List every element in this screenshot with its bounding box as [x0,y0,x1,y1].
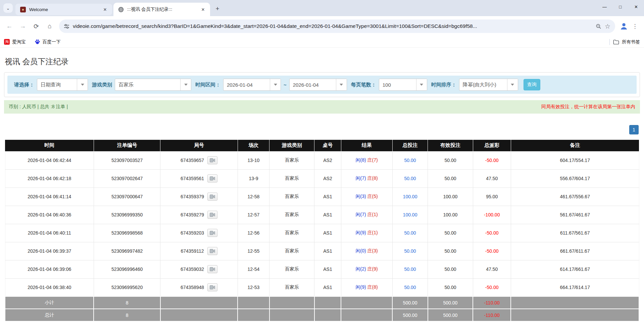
table-no-cell: AS1 [314,260,341,278]
session-cell: 12-58 [238,188,269,206]
page-1-button[interactable]: 1 [629,125,639,134]
all-bookmarks-button[interactable]: 所有书签 [613,39,640,45]
total-bet-link[interactable]: 100.00 [392,206,428,224]
table-no-cell: AS1 [314,224,341,242]
close-button[interactable]: ✕ [628,0,644,13]
bet-id-cell: 523096996460 [94,260,160,278]
bookmark-aitaobao[interactable]: 淘 爱淘宝 [4,39,26,45]
search-button[interactable]: 查询 [524,79,540,90]
session-cell: 13-9 [238,169,269,188]
video-replay-button[interactable] [207,265,217,273]
column-header: 时间 [5,140,94,151]
site-settings-icon[interactable] [64,24,69,29]
round-id: 674359279 [181,212,204,217]
player-result: 闲(7) [356,175,366,181]
chevron-down-icon[interactable] [416,79,427,90]
footer-cell: 小计 [5,296,94,309]
total-bet-link[interactable]: 50.00 [392,278,428,296]
game-kind-select[interactable]: 百家乐 [115,79,191,91]
player-result: 闲(3) [356,194,366,199]
zoom-icon[interactable] [596,24,601,29]
video-replay-icon [210,249,215,253]
tab-close-icon[interactable]: ✕ [200,6,206,12]
round-cell-content: 674359561 [161,174,237,182]
payout-cell: -50.00 [473,242,511,260]
total-bet-link[interactable]: 50.00 [392,169,428,188]
round-cell-content: 674359032 [161,265,237,273]
chevron-down-icon[interactable] [77,79,88,90]
footer-cell: 500.00 [392,309,428,321]
date-type-select[interactable]: 日期查询 [37,79,88,91]
bookmark-baidu[interactable]: 百度一下 [35,39,61,45]
banker-result: 庄(3) [367,248,378,253]
game-kind-cell: 百家乐 [269,151,314,169]
address-bar[interactable]: videoie.com/game/betrecord_search/kind3?… [59,19,615,33]
reload-button[interactable]: ⟳ [30,19,43,33]
total-bet-link[interactable]: 50.00 [392,242,428,260]
video-replay-button[interactable] [207,174,217,182]
chevron-down-icon[interactable] [270,79,281,90]
profile-avatar[interactable] [619,22,629,31]
bookmark-star-icon[interactable]: ☆ [605,23,610,30]
home-button[interactable]: ⌂ [43,19,56,33]
session-cell: 12-53 [238,278,269,296]
date-start-select[interactable]: 2026-01-04 [223,79,281,91]
total-bet-link[interactable]: 50.00 [392,224,428,242]
footer-cell [314,296,341,309]
video-replay-button[interactable] [207,229,217,237]
browser-menu-icon[interactable]: ⋮ [630,23,640,30]
date-end-select[interactable]: 2026-01-04 [289,79,347,91]
valid-bet-cell: 100.00 [428,206,473,224]
back-button[interactable]: ← [3,19,16,33]
footer-cell: -110.00 [473,296,511,309]
new-tab-button[interactable]: + [213,4,222,13]
page-title: 视讯 会员下注纪录 [5,56,644,67]
game-kind-cell: 百家乐 [269,260,314,278]
table-header-row: 时间注单编号局号场次游戏类别桌号结果总投注有效投注总派彩备注 [5,140,639,151]
tab-welcome[interactable]: ♠ Welcome ✕ [15,4,112,15]
player-result: 闲(8) [356,157,366,163]
total-bet-link[interactable]: 50.00 [392,260,428,278]
note-cell: 561.67/461.67 [511,206,639,224]
total-bet-link[interactable]: 50.00 [392,151,428,169]
column-header: 局号 [160,140,238,151]
video-replay-button[interactable] [207,156,217,164]
payout-cell: -50.00 [473,224,511,242]
bet-id-cell: 523096998568 [94,224,160,242]
tab-search-button[interactable]: ⌄ [3,3,13,13]
round-cell: 674359112 [160,242,238,260]
round-cell: 674359279 [160,206,238,224]
table-no-cell: AS2 [314,151,341,169]
footer-cell [511,309,639,321]
column-header: 总派彩 [473,140,511,151]
chevron-down-icon[interactable] [336,79,347,90]
tab-close-icon[interactable]: ✕ [102,6,108,12]
footer-cell: -110.00 [473,309,511,321]
date-type-value: 日期查询 [37,79,77,90]
column-header: 桌号 [314,140,341,151]
total-bet-link[interactable]: 100.00 [392,188,428,206]
video-replay-button[interactable] [207,283,217,291]
tab-bet-records[interactable]: :::视讯 会员下注纪录::: ✕ [113,3,210,16]
sort-select[interactable]: 降幂(由大到小) [459,79,518,91]
page-content: 视讯 会员下注纪录 请选择： 日期查询 游戏类别 百家乐 时间区间： [0,56,644,322]
video-replay-button[interactable] [207,247,217,255]
banker-result: 庄(1) [367,212,378,217]
footer-cell [341,296,392,309]
player-result: 闲(9) [356,284,366,290]
url-text[interactable]: videoie.com/game/betrecord_search/kind3?… [73,23,592,29]
footer-cell [511,296,639,309]
table-row: 2026-01-04 06:42:44523097003527674359657… [5,151,639,169]
video-replay-button[interactable] [207,193,217,201]
per-page-select[interactable]: 100 [379,79,427,91]
time-cell: 2026-01-04 06:40:36 [5,206,94,224]
chevron-down-icon[interactable] [180,79,191,90]
video-replay-button[interactable] [207,211,217,219]
video-replay-icon [210,195,215,199]
chevron-down-icon[interactable] [507,79,518,90]
forward-button[interactable]: → [16,19,30,33]
result-cell: 闲(9) 庄(1) [341,224,392,242]
time-cell: 2026-01-04 06:40:11 [5,224,94,242]
minimize-button[interactable]: — [597,0,612,13]
maximize-button[interactable]: □ [612,0,628,13]
